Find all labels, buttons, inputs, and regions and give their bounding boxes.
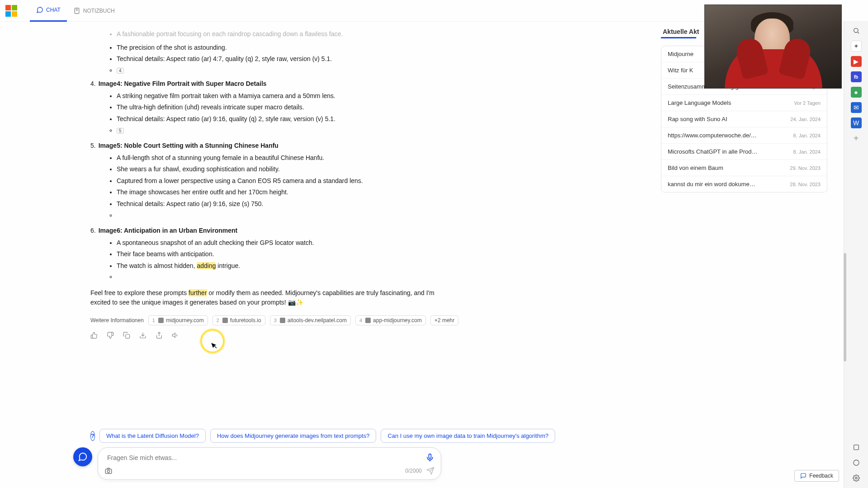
recent-activity-item[interactable]: Microsofts ChatGPT in alle Produkte in8.…	[661, 144, 827, 160]
sidebar-app-icon[interactable]: ▶	[851, 56, 862, 67]
source-pill[interactable]: 4app-midjourney.com	[355, 315, 426, 325]
webcam-overlay	[704, 5, 842, 89]
list-item: The watch is almost hidden, adding intri…	[117, 262, 563, 271]
list-item: Their face beams with anticipation.	[117, 250, 563, 259]
download-icon[interactable]	[139, 332, 147, 339]
sidebar-app-icon[interactable]: ●	[851, 87, 862, 98]
list-item: Technical details: Aspect ratio (ar) 9:1…	[117, 200, 563, 209]
scrollbar-thumb[interactable]	[844, 253, 846, 361]
sidebar-word-icon[interactable]: W	[851, 117, 862, 128]
sidebar-app-icon[interactable]: fb	[851, 71, 862, 82]
chat-content-scroll[interactable]: A fashionable portrait focusing on each …	[0, 22, 654, 488]
list-item: Technical details: Aspect ratio (ar) 9:1…	[117, 115, 563, 124]
read-aloud-icon[interactable]	[172, 332, 180, 339]
suggestion-pill[interactable]: Can I use my own image data to train Mid…	[381, 429, 555, 443]
recent-activity-date: Vor 2 Tagen	[794, 100, 821, 106]
new-topic-button[interactable]	[73, 447, 92, 466]
list-item: 5	[117, 127, 563, 134]
sidebar-outlook-icon[interactable]: ✉	[851, 102, 862, 113]
edge-sidebar: ✦ ▶ fb ● ✉ W +	[844, 22, 868, 488]
recent-activity-label: Midjourne	[668, 51, 693, 57]
list-number: 6.	[90, 227, 96, 234]
tab-chat[interactable]: CHAT	[30, 0, 67, 22]
feedback-button[interactable]: Feedback	[794, 470, 839, 482]
recent-activity-date: 29. Nov. 2023	[790, 165, 821, 171]
image3-partial: A fashionable portrait focusing on each …	[108, 30, 563, 39]
source-pill[interactable]: 2futuretools.io	[212, 315, 265, 325]
recent-activity-item[interactable]: Large Language ModelsVor 2 Tagen	[661, 95, 827, 111]
recent-activity-panel: Aktuelle Akt MidjourneWitz für KSeitenzu…	[654, 22, 844, 488]
feedback-icon	[800, 473, 807, 479]
recent-activity-date: 8. Jan. 2024	[793, 133, 821, 138]
recent-activity-item[interactable]: kannst du mir ein word dokument ers28. N…	[661, 176, 827, 192]
list-item: A fashionable portrait focusing on each …	[117, 30, 563, 39]
recent-activity-label: Microsofts ChatGPT in alle Produkte in	[668, 148, 758, 155]
svg-point-14	[854, 460, 859, 465]
recent-activity-label: https://www.computerwoche.de/a/mi	[668, 132, 758, 139]
highlight-word: further	[189, 289, 207, 296]
favicon-icon	[222, 318, 228, 323]
question-icon: ?	[90, 431, 95, 441]
list-item: Captured from a lower perspective using …	[117, 177, 563, 186]
list-item: 4	[117, 66, 563, 74]
notebook-icon	[73, 7, 80, 14]
recent-activity-label: Bild von einem Baum	[668, 164, 723, 171]
sources-more[interactable]: +2 mehr	[430, 315, 458, 325]
source-pill[interactable]: 1midjourney.com	[148, 315, 208, 325]
image-title: Image6: Anticipation in an Urban Environ…	[99, 227, 238, 234]
sidebar-app-icon[interactable]: ✦	[851, 41, 862, 52]
thumbs-down-icon[interactable]	[107, 332, 115, 339]
recent-activity-item[interactable]: Bild von einem Baum29. Nov. 2023	[661, 160, 827, 176]
chat-icon	[36, 6, 43, 14]
svg-line-12	[858, 32, 859, 33]
recent-activity-label: kannst du mir ein word dokument ers	[668, 181, 758, 188]
favicon-icon	[158, 318, 164, 323]
ref-badge[interactable]: 5	[117, 128, 124, 134]
svg-rect-9	[105, 469, 112, 474]
chat-input-area: 0/2000	[73, 447, 441, 480]
image3-bullets: The precision of the shot is astounding.…	[108, 43, 563, 64]
image-search-icon[interactable]	[104, 467, 113, 475]
message-actions	[90, 332, 563, 339]
ref-badge[interactable]: 4	[117, 68, 124, 74]
list-item: A full-length shot of a stunning young f…	[117, 154, 563, 163]
char-counter: 0/2000	[405, 468, 422, 474]
list-item: A spontaneous snapshot of an adult check…	[117, 239, 563, 248]
feedback-label: Feedback	[809, 473, 833, 479]
copy-icon[interactable]	[123, 332, 131, 339]
thumbs-up-icon[interactable]	[90, 332, 99, 339]
favicon-icon	[365, 318, 371, 323]
recent-activity-label: Rap song with Suno AI	[668, 116, 727, 122]
suggestion-pill[interactable]: How does Midjourney generate images from…	[210, 429, 376, 443]
recent-activity-item[interactable]: Rap song with Suno AI24. Jan. 2024	[661, 111, 827, 127]
recent-activity-date: 28. Nov. 2023	[790, 182, 821, 187]
sidebar-tool-icon[interactable]	[851, 457, 862, 468]
settings-icon[interactable]	[851, 473, 862, 483]
sidebar-tool-icon[interactable]	[851, 442, 862, 453]
microsoft-logo[interactable]	[5, 5, 17, 17]
tab-notebook-label: NOTIZBUCH	[83, 8, 115, 14]
list-number: 4.	[90, 80, 96, 87]
svg-rect-7	[429, 454, 431, 459]
svg-point-11	[854, 28, 858, 33]
microphone-icon[interactable]	[425, 453, 434, 462]
send-icon[interactable]	[426, 467, 434, 475]
list-item	[117, 273, 563, 280]
chat-input[interactable]	[104, 452, 425, 463]
scrollbar-track[interactable]	[844, 0, 846, 488]
tab-notebook[interactable]: NOTIZBUCH	[67, 0, 121, 22]
recent-activity-date: 24. Jan. 2024	[790, 117, 821, 122]
main-panel: A fashionable portrait focusing on each …	[0, 22, 654, 488]
sidebar-add-icon[interactable]: +	[851, 133, 862, 144]
source-pill[interactable]: 3aitools-dev.neilpatel.com	[270, 315, 351, 325]
search-icon[interactable]	[851, 25, 862, 36]
share-icon[interactable]	[156, 332, 164, 339]
sidebar-underline	[661, 37, 696, 38]
closing-text: Feel free to explore these prompts furth…	[90, 288, 452, 307]
list-item: The precision of the shot is astounding.	[117, 43, 563, 52]
recent-activity-item[interactable]: https://www.computerwoche.de/a/mi8. Jan.…	[661, 127, 827, 144]
suggestions-row: ? What is the Latent Diffusion Model?How…	[90, 429, 441, 443]
svg-point-10	[107, 470, 109, 473]
svg-point-15	[855, 477, 857, 479]
suggestion-pill[interactable]: What is the Latent Diffusion Model?	[99, 429, 206, 443]
